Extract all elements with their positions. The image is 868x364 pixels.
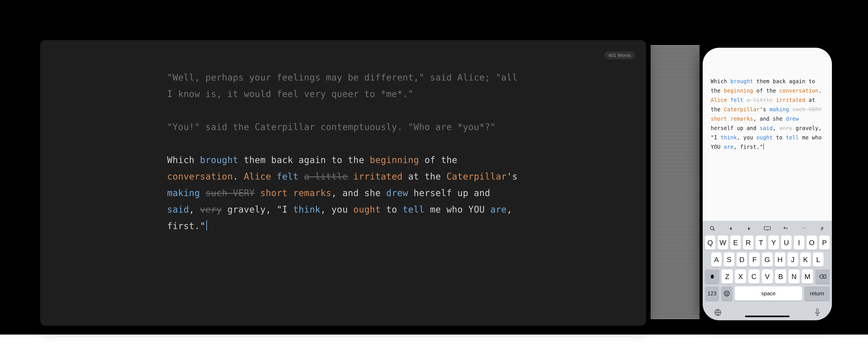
token-blue: felt: [277, 171, 299, 181]
return-key[interactable]: return: [804, 286, 830, 301]
key-s[interactable]: S: [724, 252, 734, 267]
token-strike: such VERY: [206, 188, 255, 198]
token-strike: very: [779, 125, 793, 131]
keyboard-row-1: QWERTYUIOP: [705, 235, 830, 250]
text-cursor: [206, 220, 207, 230]
token-orange: short remarks: [260, 188, 332, 198]
phone-frame: Which brought them back again to the beg…: [700, 45, 835, 324]
token-plain: [727, 97, 730, 103]
token-plain: of the: [419, 155, 463, 165]
arrow-right-icon[interactable]: [744, 225, 754, 232]
arrow-left-icon[interactable]: [726, 225, 736, 232]
key-x[interactable]: X: [735, 270, 746, 284]
key-p[interactable]: P: [819, 235, 830, 250]
token-plain: Which: [167, 155, 200, 165]
key-g[interactable]: G: [762, 252, 772, 267]
key-q[interactable]: Q: [705, 235, 715, 250]
numeric-key[interactable]: 123: [705, 286, 719, 301]
mic-icon[interactable]: [814, 308, 821, 317]
key-w[interactable]: W: [718, 235, 728, 250]
token-blue: brought: [730, 78, 753, 85]
globe-icon[interactable]: [714, 308, 722, 316]
svg-line-1: [713, 229, 715, 231]
phone-editor-textarea[interactable]: Which brought them back again to the beg…: [703, 48, 832, 221]
key-b[interactable]: B: [775, 270, 786, 284]
key-y[interactable]: Y: [768, 235, 779, 250]
svg-point-0: [710, 226, 714, 230]
token-orange: beginning: [724, 88, 753, 94]
space-key[interactable]: space: [735, 286, 802, 301]
key-j[interactable]: J: [787, 252, 798, 267]
token-blue: tell: [786, 135, 799, 141]
key-c[interactable]: C: [748, 270, 760, 284]
token-blue: brought: [200, 155, 238, 165]
ios-keyboard: QWERTYUIOP ASDFGHJKL ZXCVBNM 123: [703, 221, 832, 320]
token-plain: , first.": [734, 144, 763, 150]
token-plain: at the: [403, 171, 446, 181]
token-plain: [200, 188, 206, 198]
token-strike: a little: [747, 97, 773, 103]
key-l[interactable]: L: [813, 252, 824, 267]
token-orange: conversation: [167, 171, 233, 181]
token-blue: drew: [786, 116, 799, 122]
key-i[interactable]: I: [794, 235, 804, 250]
search-icon[interactable]: [708, 225, 717, 232]
token-blue: are: [490, 204, 507, 215]
keyboard-row-4: 123 space return: [705, 286, 830, 301]
key-z[interactable]: Z: [722, 270, 733, 284]
token-plain: gravely, "I: [222, 204, 293, 215]
token-plain: ,: [189, 204, 200, 215]
keyboard-row-2: ASDFGHJKL: [705, 252, 830, 267]
key-m[interactable]: M: [802, 270, 813, 284]
token-strike: such VERY: [792, 106, 822, 113]
svg-rect-10: [816, 309, 818, 313]
shift-key[interactable]: [705, 270, 719, 284]
token-blue: are: [724, 144, 734, 150]
backspace-key[interactable]: [815, 270, 830, 284]
active-paragraph: Which brought them back again to the beg…: [167, 152, 519, 234]
home-indicator[interactable]: [745, 316, 789, 317]
token-plain: [743, 97, 747, 103]
scanline-decoration: [651, 45, 700, 319]
token-orange: Caterpillar: [724, 106, 760, 113]
token-plain: [271, 171, 277, 181]
keyboard-icon[interactable]: [763, 225, 772, 232]
desktop-editor-window: 401 Words "Well, perhaps your feelings m…: [40, 40, 646, 326]
token-orange: ought: [353, 204, 381, 215]
key-d[interactable]: D: [737, 252, 747, 267]
key-e[interactable]: E: [730, 235, 741, 250]
token-plain: .: [818, 88, 825, 94]
key-a[interactable]: A: [711, 252, 722, 267]
svg-point-6: [724, 291, 730, 296]
token-orange: irritated: [353, 171, 403, 181]
token-blue: making: [167, 188, 200, 198]
key-r[interactable]: R: [743, 235, 753, 250]
token-blue: tell: [403, 204, 425, 215]
key-t[interactable]: T: [756, 235, 766, 250]
emoji-key[interactable]: [721, 286, 732, 301]
word-count-badge[interactable]: 401 Words: [604, 51, 635, 59]
desktop-editor-textarea[interactable]: "Well, perhaps your feelings may be diff…: [167, 69, 519, 234]
svg-point-7: [725, 292, 726, 293]
key-k[interactable]: K: [800, 252, 811, 267]
key-o[interactable]: O: [807, 235, 817, 250]
token-plain: [348, 171, 353, 181]
token-plain: them back again to the: [238, 155, 370, 165]
token-plain: 's: [760, 106, 770, 113]
token-blue: think: [293, 204, 320, 215]
token-plain: 's: [507, 171, 523, 181]
undo-icon[interactable]: [781, 225, 790, 232]
redo-icon[interactable]: [799, 225, 809, 232]
token-orange: Caterpillar: [446, 171, 507, 181]
token-blue: think: [720, 135, 737, 141]
token-orange: Alice: [711, 97, 727, 103]
bolt-icon[interactable]: [817, 225, 827, 232]
key-f[interactable]: F: [749, 252, 760, 267]
key-u[interactable]: U: [781, 235, 792, 250]
key-v[interactable]: V: [762, 270, 773, 284]
key-n[interactable]: N: [788, 270, 800, 284]
svg-point-8: [727, 292, 728, 293]
key-h[interactable]: H: [775, 252, 785, 267]
token-plain: ,: [773, 125, 779, 131]
token-strike: very: [200, 204, 222, 215]
